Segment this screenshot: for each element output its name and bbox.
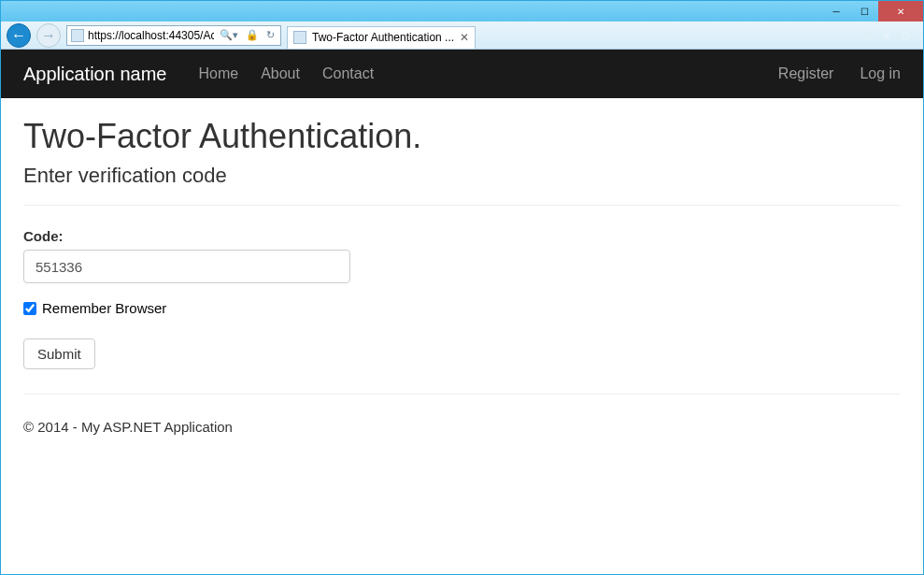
remember-checkbox[interactable]	[23, 302, 36, 315]
tab-close-icon[interactable]: ✕	[460, 31, 469, 44]
page-subtitle: Enter verification code	[23, 164, 901, 188]
maximize-button[interactable]: ☐	[850, 1, 878, 22]
code-label: Code:	[23, 228, 901, 244]
browser-tab[interactable]: Two-Factor Authentication ... ✕	[287, 26, 476, 49]
browser-toolbar: ← → https://localhost:44305/Ac 🔍▾ 🔒 ↻ Tw…	[1, 22, 923, 50]
toolbar-right-icons: ⌂ ★ ⚙	[865, 28, 917, 43]
arrow-right-icon: →	[41, 27, 56, 44]
refresh-icon[interactable]: ↻	[264, 29, 277, 41]
divider	[23, 205, 901, 206]
code-field-group: Code:	[23, 228, 901, 283]
page-icon	[71, 29, 84, 42]
footer-divider	[23, 394, 901, 395]
favorites-icon[interactable]: ★	[880, 28, 892, 43]
back-button[interactable]: ←	[7, 23, 31, 48]
minimize-button[interactable]: ─	[822, 1, 850, 22]
tab-page-icon	[293, 31, 306, 44]
site-navbar: Application name Home About Contact Regi…	[1, 50, 923, 98]
submit-button[interactable]: Submit	[23, 338, 95, 369]
remember-label: Remember Browser	[42, 300, 166, 316]
brand-link[interactable]: Application name	[23, 64, 166, 85]
nav-register[interactable]: Register	[778, 65, 834, 82]
nav-login[interactable]: Log in	[860, 65, 901, 82]
main-content: Two-Factor Authentication. Enter verific…	[1, 98, 923, 453]
address-bar[interactable]: https://localhost:44305/Ac 🔍▾ 🔒 ↻	[66, 25, 281, 46]
code-input[interactable]	[23, 250, 350, 283]
tab-title: Two-Factor Authentication ...	[312, 31, 454, 44]
close-window-button[interactable]: ✕	[878, 1, 923, 22]
search-dropdown-icon[interactable]: 🔍▾	[218, 29, 240, 41]
page-title: Two-Factor Authentication.	[23, 117, 901, 156]
nav-contact[interactable]: Contact	[322, 65, 374, 82]
forward-button[interactable]: →	[36, 23, 61, 48]
arrow-left-icon: ←	[11, 27, 26, 44]
remember-row: Remember Browser	[23, 300, 901, 316]
lock-icon: 🔒	[244, 29, 261, 41]
nav-about[interactable]: About	[261, 65, 300, 82]
home-icon[interactable]: ⌂	[865, 28, 873, 43]
url-text: https://localhost:44305/Ac	[88, 29, 214, 42]
window-titlebar: ─ ☐ ✕	[1, 1, 923, 22]
nav-home[interactable]: Home	[198, 65, 238, 82]
settings-icon[interactable]: ⚙	[900, 28, 912, 43]
browser-window: ─ ☐ ✕ ← → https://localhost:44305/Ac 🔍▾ …	[0, 0, 924, 575]
footer-text: © 2014 - My ASP.NET Application	[23, 419, 901, 435]
page-viewport: Application name Home About Contact Regi…	[1, 50, 923, 574]
